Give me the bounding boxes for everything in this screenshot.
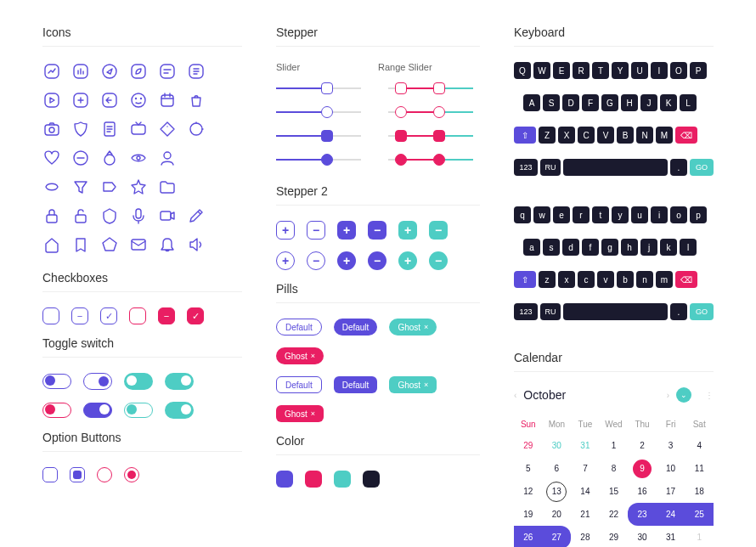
toggle-teal-outline-off[interactable] xyxy=(124,403,153,418)
toggle-teal-off[interactable] xyxy=(124,373,153,390)
key-m[interactable]: m xyxy=(656,271,673,288)
key-P[interactable]: P xyxy=(690,62,707,79)
calendar-day[interactable]: 16 xyxy=(628,480,657,503)
key-X[interactable]: X xyxy=(558,127,575,144)
key-x[interactable]: x xyxy=(558,271,575,288)
key-R[interactable]: R xyxy=(573,62,590,79)
key-lang[interactable]: RU xyxy=(540,159,561,176)
calendar-day[interactable]: 21 xyxy=(571,503,600,526)
calendar-day[interactable]: 23 xyxy=(628,503,657,526)
key-dot[interactable]: . xyxy=(670,159,687,176)
pill-ghost-pink[interactable]: Ghost× xyxy=(276,347,324,364)
key-f[interactable]: f xyxy=(582,239,599,256)
range-slider-circle-fill[interactable] xyxy=(388,152,473,167)
key-a[interactable]: a xyxy=(523,239,540,256)
calendar-day[interactable]: 29 xyxy=(600,526,629,547)
key-g[interactable]: g xyxy=(601,239,618,256)
key-shift[interactable]: ⇧ xyxy=(514,271,536,288)
key-v[interactable]: v xyxy=(597,271,614,288)
range-slider-circle-outline[interactable] xyxy=(388,104,473,120)
key-I[interactable]: I xyxy=(651,62,668,79)
stepper-plus-outline-circle[interactable]: + xyxy=(276,251,295,270)
key-c[interactable]: c xyxy=(578,271,595,288)
key-t[interactable]: t xyxy=(592,206,609,223)
calendar-day[interactable]: 6 xyxy=(543,457,572,480)
calendar-day[interactable]: 2 xyxy=(628,434,657,457)
calendar-day[interactable]: 30 xyxy=(628,526,657,547)
key-p[interactable]: p xyxy=(690,206,707,223)
key-backspace[interactable]: ⌫ xyxy=(675,127,697,144)
calendar-day[interactable]: 10 xyxy=(657,457,685,480)
stepper-plus-teal-circle[interactable]: + xyxy=(398,251,417,270)
stepper-plus-indigo-circle[interactable]: + xyxy=(337,251,356,270)
key-e[interactable]: e xyxy=(553,206,570,223)
key-backspace[interactable]: ⌫ xyxy=(675,271,697,288)
key-F[interactable]: F xyxy=(582,94,599,111)
key-D[interactable]: D xyxy=(562,94,579,111)
key-Y[interactable]: Y xyxy=(612,62,629,79)
slider-square-fill[interactable] xyxy=(276,128,361,144)
key-w[interactable]: w xyxy=(533,206,550,223)
key-123[interactable]: 123 xyxy=(514,303,538,320)
key-123[interactable]: 123 xyxy=(514,159,538,176)
toggle-teal-on-2[interactable] xyxy=(165,402,194,419)
key-shift[interactable]: ⇧ xyxy=(514,127,536,144)
key-J[interactable]: J xyxy=(640,94,657,111)
key-W[interactable]: W xyxy=(533,62,550,79)
calendar-day[interactable]: 26 xyxy=(514,526,543,547)
stepper-minus-indigo-circle[interactable]: − xyxy=(368,251,386,270)
stepper-minus-outline-circle[interactable]: − xyxy=(307,251,325,270)
key-T[interactable]: T xyxy=(592,62,609,79)
calendar-day[interactable]: 13 xyxy=(543,480,572,503)
close-icon[interactable]: × xyxy=(311,409,315,418)
option-square-empty[interactable] xyxy=(42,467,58,482)
slider-circle-fill[interactable] xyxy=(276,152,361,167)
key-z[interactable]: z xyxy=(539,271,556,288)
calendar-day-prev[interactable]: 31 xyxy=(571,434,600,457)
toggle-outline-off[interactable] xyxy=(42,374,71,389)
checkbox-empty[interactable] xyxy=(42,307,59,324)
calendar-day-prev[interactable]: 30 xyxy=(543,434,572,457)
toggle-teal-on[interactable] xyxy=(165,373,194,390)
pill-default-indigo-sq[interactable]: Default xyxy=(334,376,378,393)
pill-ghost-teal[interactable]: Ghost× xyxy=(389,319,437,336)
key-K[interactable]: K xyxy=(660,94,677,111)
key-go[interactable]: GO xyxy=(690,159,714,176)
slider-square-outline[interactable] xyxy=(276,81,361,96)
toggle-outline-on[interactable] xyxy=(83,373,112,390)
checkbox-empty-pink[interactable] xyxy=(129,307,146,324)
option-square-selected[interactable] xyxy=(70,467,85,482)
key-Z[interactable]: Z xyxy=(539,127,556,144)
calendar-day[interactable]: 3 xyxy=(657,434,685,457)
key-i[interactable]: i xyxy=(651,206,668,223)
key-M[interactable]: M xyxy=(656,127,673,144)
calendar-day[interactable]: 9 xyxy=(628,457,657,480)
key-A[interactable]: A xyxy=(523,94,540,111)
pill-default-indigo[interactable]: Default xyxy=(334,319,378,336)
option-circle-empty[interactable] xyxy=(97,467,112,482)
key-G[interactable]: G xyxy=(601,94,618,111)
key-N[interactable]: N xyxy=(636,127,653,144)
key-lang[interactable]: RU xyxy=(540,303,561,320)
stepper-minus-teal-circle[interactable]: − xyxy=(429,251,448,270)
key-o[interactable]: o xyxy=(670,206,687,223)
key-S[interactable]: S xyxy=(543,94,560,111)
calendar-day[interactable]: 18 xyxy=(685,480,714,503)
toggle-indigo-on[interactable] xyxy=(83,403,112,418)
calendar-day[interactable]: 27 xyxy=(543,526,572,547)
pill-ghost-pink-sq[interactable]: Ghost× xyxy=(276,405,324,422)
calendar-dropdown[interactable]: ⌄ xyxy=(676,387,691,403)
toggle-pink-off[interactable] xyxy=(42,403,71,418)
key-n[interactable]: n xyxy=(636,271,653,288)
calendar-day-prev[interactable]: 29 xyxy=(514,434,543,457)
pill-default-outline-sq[interactable]: Default xyxy=(276,376,322,393)
calendar-day[interactable]: 19 xyxy=(514,503,543,526)
calendar-day[interactable]: 12 xyxy=(514,480,543,503)
checkbox-check[interactable]: ✓ xyxy=(100,307,117,324)
key-j[interactable]: j xyxy=(640,239,657,256)
slider-circle-outline[interactable] xyxy=(276,104,361,120)
calendar-day[interactable]: 15 xyxy=(600,480,629,503)
calendar-prev[interactable]: ‹ xyxy=(514,391,516,400)
stepper-minus-teal[interactable]: − xyxy=(429,221,448,240)
key-B[interactable]: B xyxy=(617,127,634,144)
